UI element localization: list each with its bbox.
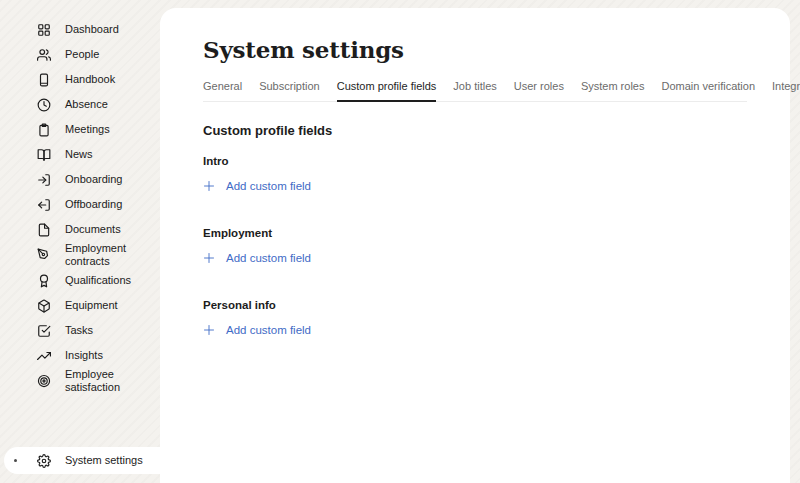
plus-icon	[203, 324, 215, 336]
sidebar-item-label: People	[65, 48, 143, 61]
tab-system-roles[interactable]: System roles	[581, 80, 645, 101]
add-custom-field-label: Add custom field	[226, 252, 311, 264]
medal-icon	[37, 274, 51, 288]
sidebar-item-system-settings[interactable]: System settings	[0, 447, 160, 474]
add-custom-field-label: Add custom field	[226, 324, 311, 336]
sidebar-item-label: Onboarding	[65, 173, 143, 186]
tab-custom-profile-fields[interactable]: Custom profile fields	[337, 80, 437, 102]
sidebar-item-label: Documents	[65, 223, 143, 236]
section-title: Personal info	[203, 299, 747, 311]
sidebar-item-people[interactable]: People	[0, 42, 160, 67]
add-custom-field-label: Add custom field	[226, 180, 311, 192]
sidebar-item-employee-satisfaction[interactable]: Employee satisfaction	[0, 368, 160, 394]
active-item-dot	[14, 459, 17, 462]
plus-icon	[203, 180, 215, 192]
add-custom-field-button[interactable]: Add custom field	[203, 180, 311, 192]
sidebar-item-label: Insights	[65, 349, 143, 362]
open-book-icon	[37, 148, 51, 162]
tab-subscription[interactable]: Subscription	[259, 80, 320, 101]
cube-icon	[37, 299, 51, 313]
sidebar-item-tasks[interactable]: Tasks	[0, 318, 160, 343]
sidebar-item-label: Offboarding	[65, 198, 143, 211]
sidebar-item-label: Absence	[65, 98, 143, 111]
clipboard-icon	[37, 123, 51, 137]
sidebar-item-absence[interactable]: Absence	[0, 92, 160, 117]
tab-job-titles[interactable]: Job titles	[453, 80, 496, 101]
section-personal-info: Personal info Add custom field	[203, 299, 747, 336]
sidebar-item-label: Meetings	[65, 123, 143, 136]
tab-bar: General Subscription Custom profile fiel…	[203, 80, 747, 102]
pen-nib-icon	[37, 248, 51, 262]
add-custom-field-button[interactable]: Add custom field	[203, 324, 311, 336]
sidebar-item-insights[interactable]: Insights	[0, 343, 160, 368]
page-title: System settings	[203, 35, 747, 65]
tab-user-roles[interactable]: User roles	[514, 80, 564, 101]
sidebar-item-onboarding[interactable]: Onboarding	[0, 167, 160, 192]
sidebar-item-label: Tasks	[65, 324, 143, 337]
sidebar-item-label: Equipment	[65, 299, 143, 312]
clock-icon	[37, 98, 51, 112]
people-icon	[37, 48, 51, 62]
grid-icon	[37, 23, 51, 37]
tab-general[interactable]: General	[203, 80, 242, 101]
sidebar-item-label: Qualifications	[65, 274, 143, 287]
section-title: Intro	[203, 155, 747, 167]
sidebar-item-label: Dashboard	[65, 23, 143, 36]
task-check-icon	[37, 324, 51, 338]
sidebar-item-documents[interactable]: Documents	[0, 217, 160, 242]
sidebar-item-employment-contracts[interactable]: Employment contracts	[0, 242, 160, 268]
sidebar-item-handbook[interactable]: Handbook	[0, 67, 160, 92]
book-icon	[37, 73, 51, 87]
sidebar-item-label: System settings	[65, 454, 143, 467]
sidebar-item-meetings[interactable]: Meetings	[0, 117, 160, 142]
gear-icon	[37, 454, 51, 468]
section-employment: Employment Add custom field	[203, 227, 747, 264]
tab-domain-verification[interactable]: Domain verification	[661, 80, 755, 101]
rings-icon	[37, 374, 51, 388]
document-icon	[37, 223, 51, 237]
arrow-in-icon	[37, 173, 51, 187]
sidebar-item-equipment[interactable]: Equipment	[0, 293, 160, 318]
sidebar-item-offboarding[interactable]: Offboarding	[0, 192, 160, 217]
sidebar-item-label: Handbook	[65, 73, 143, 86]
sidebar-item-dashboard[interactable]: Dashboard	[0, 17, 160, 42]
sidebar-item-qualifications[interactable]: Qualifications	[0, 268, 160, 293]
sidebar-item-label: News	[65, 148, 143, 161]
sidebar-item-label: Employment contracts	[65, 242, 143, 268]
sidebar: Dashboard People Handbook Absence Meetin…	[0, 0, 160, 483]
arrow-out-icon	[37, 198, 51, 212]
sidebar-item-label: Employee satisfaction	[65, 368, 143, 394]
tab-integrations[interactable]: Integrations	[772, 80, 800, 101]
section-title: Employment	[203, 227, 747, 239]
trend-up-icon	[37, 349, 51, 363]
add-custom-field-button[interactable]: Add custom field	[203, 252, 311, 264]
sidebar-item-news[interactable]: News	[0, 142, 160, 167]
content-heading: Custom profile fields	[203, 123, 747, 138]
plus-icon	[203, 252, 215, 264]
main-content: System settings General Subscription Cus…	[160, 8, 790, 483]
section-intro: Intro Add custom field	[203, 155, 747, 192]
